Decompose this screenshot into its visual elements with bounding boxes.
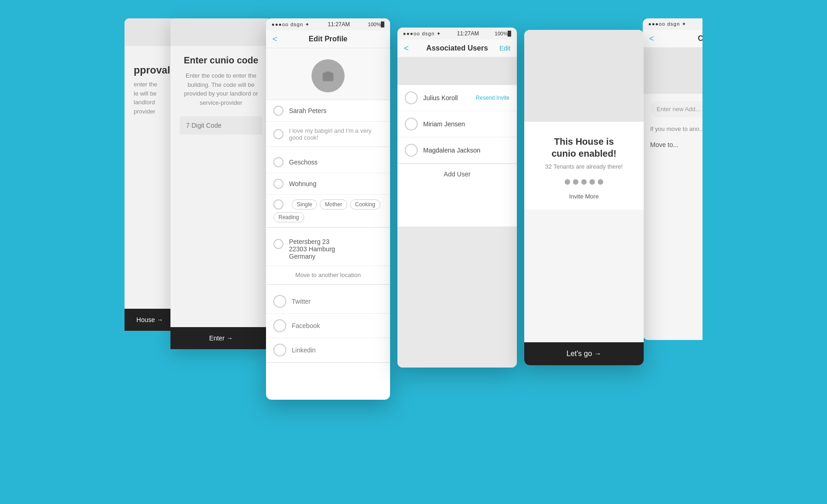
enter-button[interactable]: Enter →	[170, 327, 272, 349]
chat-partial-content: Enter new Add... If you move to ano... s…	[643, 94, 702, 156]
twitter-text: Twitter	[292, 298, 311, 305]
add-user-button[interactable]: Add User	[397, 164, 517, 184]
name-row[interactable]: Sarah Peters	[266, 100, 390, 122]
screen-5-wrap: ●●●oo dsgn ✦ < Cha Enter new Add... If y…	[643, 18, 702, 340]
nav-bar-edit-profile: < Edit Profile	[266, 30, 390, 48]
nav-bar-chat: < Cha	[643, 30, 702, 48]
move-link-row[interactable]: Move to another location	[266, 266, 390, 284]
address-block[interactable]: Petersberg 23 22303 Hamburg Germany	[266, 232, 390, 266]
tags-icon	[273, 199, 283, 210]
gray-bottom-3	[397, 227, 517, 368]
facebook-text: Facebook	[292, 322, 320, 329]
nav-bar-associated: < Associated Users Edit	[397, 40, 517, 57]
time-3: 11:27AM	[457, 30, 479, 37]
move-location-link[interactable]: Move to another location	[295, 272, 361, 278]
tag-reading[interactable]: Reading	[273, 212, 304, 222]
resend-invite-julius[interactable]: Resend Invite	[476, 95, 510, 101]
screen-4-house: This House is cunio enabled! 32 Tenants …	[524, 30, 644, 365]
house-button[interactable]: House →	[125, 309, 175, 331]
status-bar-2: ●●●oo dsgn ✦ 11:27AM 100%▉	[266, 18, 390, 30]
approval-partial-content: pproval enter the le will be landlord pr…	[125, 46, 175, 116]
house-top-gray	[524, 30, 644, 122]
user-name-miriam: Miriam Jensen	[423, 120, 510, 128]
screen-0-wrap: pproval enter the le will be landlord pr…	[125, 18, 175, 331]
screen-5-chat: ●●●oo dsgn ✦ < Cha Enter new Add... If y…	[643, 18, 702, 340]
user-item-julius[interactable]: Julius Koroll Resend Invite	[397, 85, 517, 111]
screen-1: Enter cunio code Enter the code to enter…	[170, 18, 272, 349]
screen-3-associated-users: ●●●oo dsgn ✦ 11:27AM 100%▉ < Associated …	[397, 28, 517, 368]
address-icon	[273, 239, 283, 249]
facebook-icon	[273, 319, 286, 332]
signal-indicator: ●●●oo dsgn ✦	[272, 22, 310, 28]
screen-2-wrap: ●●●oo dsgn ✦ 11:27AM 100%▉ < Edit Profil…	[266, 18, 390, 400]
associated-users-title: Associated Users	[426, 44, 488, 52]
camera-icon	[322, 69, 334, 82]
wohnung-text: Wohnung	[289, 180, 317, 187]
tag-cooking[interactable]: Cooking	[350, 199, 380, 210]
approval-body: enter the le will be landlord provider	[134, 80, 175, 116]
dot-indicators	[533, 179, 634, 185]
back-btn-3[interactable]: <	[404, 44, 409, 53]
chat-gray-area	[643, 48, 702, 94]
bio-icon	[273, 129, 283, 139]
profile-avatar-section	[266, 48, 390, 100]
house-content: This House is cunio enabled! 32 Tenants …	[524, 122, 644, 210]
chat-input-area[interactable]: Enter new Add...	[650, 101, 702, 117]
geschoss-text: Geschoss	[289, 159, 317, 166]
wohnung-row[interactable]: Wohnung	[266, 173, 390, 195]
chat-title: Cha	[698, 34, 702, 43]
screen-1-wrap: Enter cunio code Enter the code to enter…	[170, 18, 272, 349]
edit-btn[interactable]: Edit	[499, 45, 510, 52]
enter-cunio-title: Enter cunio code	[180, 55, 262, 66]
invite-more-link[interactable]: Invite More	[533, 192, 634, 200]
move-to-text: Move to...	[650, 141, 702, 148]
enter-cunio-body: Enter the code to enter the building. Th…	[180, 71, 262, 107]
dot-4	[589, 179, 595, 185]
dot-3	[581, 179, 587, 185]
back-btn-5[interactable]: <	[649, 34, 654, 44]
name-icon	[273, 106, 283, 116]
address-line1: Petersberg 23	[289, 238, 335, 245]
screen-3-wrap: ●●●oo dsgn ✦ 11:27AM 100%▉ < Associated …	[397, 28, 517, 368]
chat-info-text: If you move to ano... see the content of…	[650, 125, 702, 134]
linkedin-icon	[273, 344, 286, 357]
bio-row[interactable]: I love my babgirl and I'm a very good co…	[266, 122, 390, 147]
dot-5	[598, 179, 603, 185]
screen-title: Edit Profile	[309, 35, 347, 43]
linkedin-row[interactable]: Linkedin	[266, 338, 390, 362]
avatar[interactable]	[312, 59, 345, 92]
cunio-code-input[interactable]	[180, 116, 262, 135]
screens-container: pproval enter the le will be landlord pr…	[0, 0, 827, 504]
linkedin-text: Linkedin	[292, 346, 316, 354]
user-item-miriam[interactable]: Miriam Jensen	[397, 111, 517, 137]
users-list: Julius Koroll Resend Invite Miriam Jense…	[397, 85, 517, 227]
tag-single[interactable]: Single	[292, 199, 317, 210]
twitter-row[interactable]: Twitter	[266, 289, 390, 314]
geschoss-icon	[273, 157, 283, 167]
lets-go-button[interactable]: Let's go →	[524, 342, 644, 365]
screen-4-wrap: This House is cunio enabled! 32 Tenants …	[524, 30, 644, 365]
name-bio-section: Sarah Peters I love my babgirl and I'm a…	[266, 100, 390, 147]
bottom-spacer	[266, 363, 390, 391]
status-bar-3: ●●●oo dsgn ✦ 11:27AM 100%▉	[397, 28, 517, 40]
address-line2: 22303 Hamburg	[289, 245, 335, 253]
house-spacer	[524, 210, 644, 342]
dot-1	[565, 179, 570, 185]
user-name-julius: Julius Koroll	[423, 94, 476, 102]
edit-profile-scroll[interactable]: Sarah Peters I love my babgirl and I'm a…	[266, 48, 390, 400]
geschoss-row[interactable]: Geschoss	[266, 152, 390, 173]
bio-text: I love my babgirl and I'm a very good co…	[289, 127, 383, 141]
screen-0-partial: pproval enter the le will be landlord pr…	[125, 18, 175, 331]
screen-2-edit-profile: ●●●oo dsgn ✦ 11:27AM 100%▉ < Edit Profil…	[266, 18, 390, 400]
user-item-magdalena[interactable]: Magdalena Jackson	[397, 137, 517, 164]
facebook-row[interactable]: Facebook	[266, 314, 390, 338]
signal-5: ●●●oo dsgn ✦	[648, 21, 686, 27]
user-avatar-julius	[405, 91, 418, 104]
house-subtitle: 32 Tenants are already there!	[533, 163, 634, 170]
status-bar-5: ●●●oo dsgn ✦	[643, 18, 702, 30]
back-button[interactable]: <	[272, 34, 278, 44]
tag-mother[interactable]: Mother	[320, 199, 347, 210]
user-avatar-magdalena	[405, 144, 418, 157]
dot-2	[573, 179, 578, 185]
time-display: 11:27AM	[328, 21, 350, 28]
